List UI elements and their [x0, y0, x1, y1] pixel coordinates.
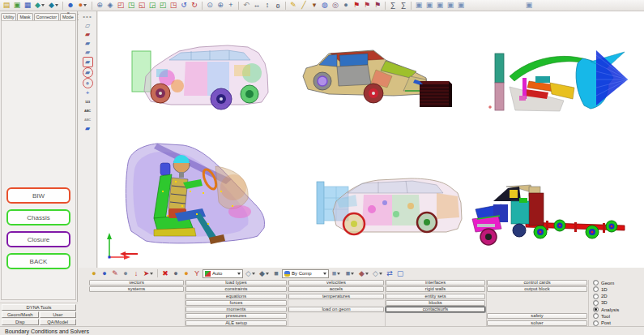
refresh-draw-icon[interactable]: ⇄ [385, 268, 395, 278]
model-vehicle-tow-sled[interactable] [469, 177, 631, 251]
view-top-icon[interactable]: ◱ [137, 1, 147, 11]
plane-blue-icon[interactable]: ▰ [83, 124, 92, 133]
window-layout1-icon[interactable]: ▣ [414, 1, 424, 11]
model-occupant-interior[interactable] [118, 134, 284, 260]
show-labels-icon[interactable]: ABC [83, 106, 92, 115]
split-view-icon[interactable]: Y [192, 268, 202, 278]
output-block-button[interactable]: output block [487, 286, 587, 292]
view-back-icon[interactable]: ◳ [168, 1, 178, 11]
window-layout4-icon[interactable]: ▣ [446, 1, 455, 11]
shade-part-icon[interactable]: ■ [343, 268, 356, 278]
load-types-button[interactable]: load types [186, 280, 287, 286]
wireframe-mode-icon[interactable]: ◇ [244, 268, 257, 278]
braces-icon[interactable]: {} [273, 1, 283, 11]
velocities-button[interactable]: velocities [288, 280, 384, 286]
select-sphere-icon[interactable]: ● [100, 268, 109, 278]
help-window-icon[interactable]: ▣ [524, 1, 534, 11]
model-sedan-rigid-block[interactable] [296, 34, 458, 112]
view-right-icon[interactable]: ◳ [126, 1, 136, 11]
transform-icon[interactable]: ➤ [142, 268, 155, 278]
move-down-icon[interactable]: ↓ [131, 268, 141, 278]
qa-model-button[interactable]: QA/Model [40, 319, 77, 325]
inertia-sphere-icon[interactable]: ◎ [331, 1, 340, 11]
rotate-view-icon[interactable]: ↺ [179, 1, 189, 11]
draw-style-icon[interactable]: ◆ [357, 268, 370, 278]
window-layout3-icon[interactable]: ▣ [435, 1, 445, 11]
zoom-previous-icon[interactable]: ⊙ [205, 1, 215, 11]
vectors-button[interactable]: vectors [89, 280, 184, 286]
plane-xy-icon[interactable]: ▰ [83, 39, 92, 48]
entity-sphere-icon[interactable]: ● [89, 268, 99, 278]
edit-entity-icon[interactable]: ✎ [110, 268, 120, 278]
closure-button[interactable]: Closure [6, 231, 70, 247]
zoom-window-icon[interactable]: ⊕ [215, 1, 225, 11]
clamp-tool-icon[interactable]: ⚑ [352, 1, 361, 11]
auto-mode-combo[interactable]: Auto [203, 269, 243, 278]
view-front-icon[interactable]: ◰ [158, 1, 168, 11]
model-sedan-offset-barrier[interactable] [315, 161, 469, 246]
tab-utility[interactable]: Utility [1, 13, 16, 20]
zoom-in-icon[interactable]: ⊕ [95, 1, 104, 11]
user-button[interactable]: User [40, 311, 77, 318]
pan-horizontal-icon[interactable]: ↔ [252, 1, 262, 11]
forces-button[interactable]: forces [186, 300, 287, 306]
view-bottom-icon[interactable]: ◲ [147, 1, 157, 11]
disp-button[interactable]: Disp [2, 319, 39, 325]
tab-connector[interactable]: Connector [34, 13, 59, 20]
interfaces-button[interactable]: interfaces [386, 280, 485, 286]
window-layout5-icon[interactable]: ▣ [456, 1, 466, 11]
pan-vertical-icon[interactable]: ↕ [262, 1, 272, 11]
mode-2d-radio[interactable]: 2D [593, 294, 624, 299]
cog-sphere-icon[interactable]: ● [341, 1, 351, 11]
line-tool-icon[interactable]: ╱ [299, 1, 309, 11]
view-left-icon[interactable]: ◰ [116, 1, 126, 11]
solver-button[interactable]: solver [487, 320, 587, 326]
color-palette-icon[interactable]: ● [76, 1, 89, 11]
fill-color-icon[interactable]: ▾ [309, 1, 319, 11]
section-plane-icon[interactable]: ▱ [83, 21, 92, 30]
back-button[interactable]: BACK [6, 253, 70, 269]
dark-sphere-icon[interactable]: ● [171, 268, 181, 278]
delete-icon[interactable]: ✖ [160, 268, 170, 278]
control-cards-button[interactable]: control cards [487, 280, 587, 286]
chassis-button[interactable]: Chassis [6, 209, 70, 225]
mode-geom-radio[interactable]: Geom [593, 280, 624, 286]
sphere-circled-icon[interactable]: ● [83, 78, 93, 88]
mode-analysis-radio[interactable]: Analysis [593, 307, 624, 312]
plane-boxed-icon[interactable]: ▰ [83, 57, 93, 67]
safety-button[interactable]: safety [487, 313, 587, 319]
subsystem-icon[interactable]: ∑ [388, 1, 398, 11]
model-front-end-pole[interactable] [487, 42, 644, 114]
save-database-icon[interactable]: ▦ [23, 1, 32, 11]
solid-mode-icon[interactable]: ■ [271, 268, 281, 278]
entity-sets-button[interactable]: entity sets [386, 294, 485, 299]
mode-3d-radio[interactable]: 3D [593, 300, 624, 306]
import-model-icon[interactable]: ◆ [33, 1, 46, 11]
dyna-tools-button[interactable]: DYNA Tools [2, 304, 76, 311]
mode-1d-radio[interactable]: 1D [593, 286, 624, 292]
equations-button[interactable]: equations [186, 294, 287, 299]
constraints-button[interactable]: constraints [186, 286, 287, 292]
plane-circled-icon[interactable]: ▰ [83, 67, 93, 78]
toolbar-handle[interactable]: ••• [83, 12, 92, 21]
rigid-walls-button[interactable]: rigid walls [386, 286, 485, 292]
by-comp-combo[interactable]: By Comp [282, 269, 329, 278]
mass-sphere-icon[interactable]: ◍ [320, 1, 330, 11]
ale-setup-button[interactable]: ALE setup [186, 320, 287, 326]
show-numbers-icon[interactable]: 123 [83, 97, 92, 106]
biw-button[interactable]: BIW [6, 187, 70, 204]
monitor-icon[interactable]: ▢ [395, 268, 405, 278]
measure-tool-icon[interactable]: ✎ [288, 1, 298, 11]
window-layout2-icon[interactable]: ▣ [424, 1, 434, 11]
graphics-viewport[interactable] [98, 11, 644, 268]
undo-icon[interactable]: ↶ [241, 1, 251, 11]
contactsurfs-button[interactable]: contactsurfs [386, 307, 485, 312]
shade-comp-icon[interactable]: ■ [330, 268, 343, 278]
panel-close-icon[interactable]: × [66, 11, 70, 15]
user-profile-icon[interactable]: ☻ [66, 1, 75, 11]
fit-view-icon[interactable]: ◈ [105, 1, 115, 11]
axis-marker-icon[interactable]: + [83, 88, 92, 97]
systems-button[interactable]: systems [89, 286, 184, 292]
subsystem2-icon[interactable]: ∑ [399, 1, 408, 11]
shaded-mode-icon[interactable]: ◆ [258, 268, 271, 278]
